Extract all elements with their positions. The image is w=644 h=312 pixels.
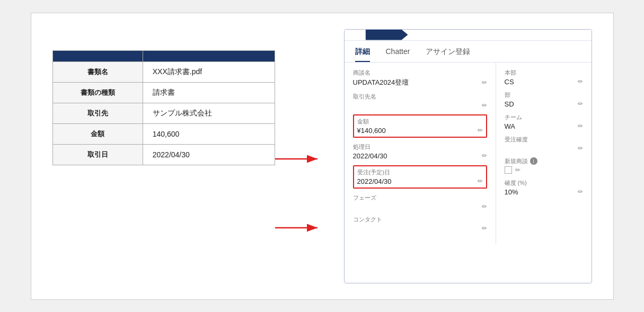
main-container: 書類名 XXX請求書.pdf 書類の種類 請求書 取引先 サンプル株式会社 金額… — [31, 13, 614, 300]
field-block-1: 取引先名 ✏ — [353, 93, 487, 109]
edit-icon[interactable]: ✏ — [482, 152, 487, 159]
field-block-5: フェーズ ✏ — [353, 194, 487, 210]
field-label: フェーズ — [353, 194, 487, 202]
field-label: コンタクト — [353, 216, 487, 224]
table-row: 取引先 サンプル株式会社 — [52, 103, 275, 123]
left-table-section: 書類名 XXX請求書.pdf 書類の種類 請求書 取引先 サンプル株式会社 金額… — [52, 50, 275, 165]
field-label: チーム — [505, 113, 583, 121]
field-value: 2022/04/30 — [353, 152, 479, 160]
row-value: 請求書 — [143, 82, 275, 103]
nav-tab-contact[interactable] — [366, 30, 408, 40]
table-row: 書類名 XXX請求書.pdf — [52, 61, 275, 82]
table-row: 金額 140,600 — [52, 123, 275, 144]
field-label: 取引先名 — [353, 93, 487, 101]
field-value: SD — [505, 100, 575, 108]
field-highlight-4: 受注(予定)日 2022/04/30 ✏ — [353, 165, 487, 189]
top-nav — [345, 30, 592, 41]
right-panel: 詳細Chatterアサイン登録 商談名 UPDATA2024登壇 ✏ 取引先名 … — [344, 29, 592, 283]
field-value: 10% — [505, 188, 575, 196]
table-row: 書類の種類 請求書 — [52, 82, 275, 103]
col-header-value — [143, 50, 275, 61]
edit-icon[interactable]: ✏ — [515, 166, 521, 174]
nav-tab-needs[interactable] — [408, 30, 440, 40]
tab-item-0[interactable]: 詳細 — [355, 47, 370, 62]
tab-item-2[interactable]: アサイン登録 — [426, 47, 470, 62]
row-value: XXX請求書.pdf — [143, 61, 275, 82]
tabs-row: 詳細Chatterアサイン登録 — [345, 41, 592, 63]
field-label: 金額 — [357, 118, 483, 126]
col-header-label — [52, 50, 143, 61]
edit-icon[interactable]: ✏ — [578, 188, 583, 195]
row-label: 金額 — [52, 123, 143, 144]
edit-icon[interactable]: ✏ — [482, 225, 487, 232]
field-block-6: コンタクト ✏ — [353, 216, 487, 232]
field-value: 2022/04/30 — [357, 177, 474, 185]
field-value: WA — [505, 122, 575, 130]
table-row: 取引日 2022/04/30 — [52, 144, 275, 165]
field-label: 本部 — [505, 69, 583, 77]
row-value: 2022/04/30 — [143, 144, 275, 165]
row-label: 取引先 — [52, 103, 143, 123]
field-label: 部 — [505, 91, 583, 99]
tab-item-1[interactable]: Chatter — [386, 47, 410, 62]
field-value: UPDATA2024登壇 — [353, 78, 479, 87]
right-field-block-4: 新規商談i ✏ — [505, 157, 583, 174]
edit-icon[interactable]: ✏ — [482, 102, 487, 109]
field-value: CS — [505, 78, 575, 86]
edit-icon[interactable]: ✏ — [482, 79, 487, 86]
field-label: 確度 (%) — [505, 179, 583, 187]
row-label: 取引日 — [52, 144, 143, 165]
row-label: 書類の種類 — [52, 82, 143, 103]
edit-icon[interactable]: ✏ — [478, 127, 483, 134]
right-field-block-5: 確度 (%) 10% ✏ — [505, 179, 583, 196]
management-table: 書類名 XXX請求書.pdf 書類の種類 請求書 取引先 サンプル株式会社 金額… — [52, 50, 275, 165]
field-label: 受注確度 — [505, 136, 583, 144]
right-field-block-1: 部 SD ✏ — [505, 91, 583, 108]
row-label: 書類名 — [52, 61, 143, 82]
row-value: サンプル株式会社 — [143, 103, 275, 123]
right-field-block-2: チーム WA ✏ — [505, 113, 583, 130]
content-right: 本部 CS ✏ 部 SD ✏ チーム WA ✏ 受注確度 ✏ 新規商談i ✏ 確… — [496, 63, 592, 244]
info-icon: i — [530, 157, 537, 165]
field-label: 新規商談i — [505, 157, 583, 165]
edit-icon[interactable]: ✏ — [578, 100, 583, 108]
nav-arrow-button[interactable] — [345, 30, 366, 40]
field-label: 商談名 — [353, 69, 487, 77]
edit-icon[interactable]: ✏ — [578, 78, 583, 85]
field-label: 処理日 — [353, 143, 487, 151]
edit-icon[interactable]: ✏ — [482, 203, 487, 210]
field-highlight-2: 金額 ¥140,600 ✏ — [353, 114, 487, 138]
field-block-0: 商談名 UPDATA2024登壇 ✏ — [353, 69, 487, 87]
edit-icon[interactable]: ✏ — [578, 122, 583, 130]
checkbox-field[interactable] — [505, 166, 512, 174]
arrows-svg — [275, 132, 344, 260]
field-block-3: 処理日 2022/04/30 ✏ — [353, 143, 487, 160]
right-field-block-3: 受注確度 ✏ — [505, 136, 583, 152]
row-value: 140,600 — [143, 123, 275, 144]
content-left: 商談名 UPDATA2024登壇 ✏ 取引先名 ✏ 金額 ¥140,600 ✏ … — [345, 63, 496, 244]
field-label: 受注(予定)日 — [357, 168, 483, 176]
right-field-block-0: 本部 CS ✏ — [505, 69, 583, 86]
content-area: 商談名 UPDATA2024登壇 ✏ 取引先名 ✏ 金額 ¥140,600 ✏ … — [345, 63, 592, 244]
field-value: ¥140,600 — [357, 127, 474, 135]
edit-icon[interactable]: ✏ — [578, 145, 583, 152]
edit-icon[interactable]: ✏ — [478, 177, 483, 185]
